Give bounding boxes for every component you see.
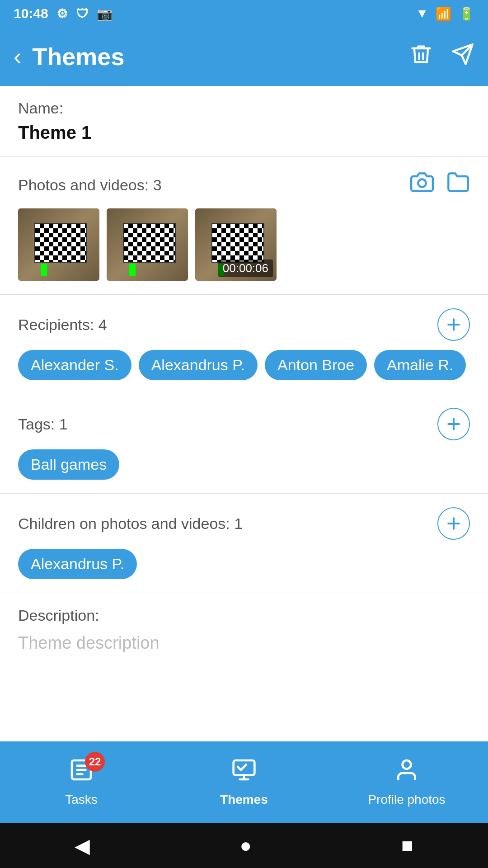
photos-section: Photos and videos: 3 — [0, 157, 488, 295]
recipients-section: Recipients: 4 Alexander S. Alexandrus P.… — [0, 295, 488, 394]
app-bar-left: ‹ Themes — [14, 42, 124, 71]
child-chip-0[interactable]: Alexandrus P. — [18, 549, 137, 579]
description-placeholder[interactable]: Theme description — [18, 633, 160, 652]
wifi-icon: ▼ — [416, 6, 428, 21]
folder-button[interactable] — [446, 170, 470, 199]
shield-icon: 🛡 — [76, 6, 89, 21]
nav-profile-photos[interactable]: Profile photos — [325, 757, 488, 807]
add-tag-button[interactable] — [437, 408, 470, 440]
thumbnails-row: 00:00:06 — [18, 208, 470, 281]
gear-icon: ⚙ — [56, 6, 68, 21]
profile-photos-icon — [394, 757, 419, 788]
svg-point-16 — [403, 760, 411, 769]
status-right: ▼ 📶 🔋 — [416, 6, 474, 21]
camera-button[interactable] — [410, 170, 434, 199]
tags-label: Tags: 1 — [18, 415, 68, 433]
tasks-label: Tasks — [65, 793, 98, 807]
home-system-button[interactable]: ● — [239, 834, 252, 857]
name-label: Name: — [18, 99, 470, 117]
recipients-chips: Alexander S. Alexandrus P. Anton Broe Am… — [18, 350, 470, 380]
thumbnail-1[interactable] — [18, 208, 99, 281]
photos-label: Photos and videos: 3 — [18, 176, 162, 194]
tags-header: Tags: 1 — [18, 408, 470, 440]
content-area: Name: Theme 1 Photos and videos: 3 — [0, 86, 488, 741]
recipients-label: Recipients: 4 — [18, 316, 107, 334]
app-bar-actions — [409, 42, 474, 71]
bottom-nav: 22 Tasks Themes — [0, 741, 488, 823]
status-time: 10:48 — [14, 6, 48, 21]
recipient-chip-1[interactable]: Alexandrus P. — [139, 350, 258, 380]
nav-themes[interactable]: Themes — [163, 757, 325, 807]
sim-icon: 📷 — [97, 6, 113, 21]
tasks-badge: 22 — [85, 752, 105, 772]
back-button[interactable]: ‹ — [14, 45, 21, 68]
children-section: Children on photos and videos: 1 Alexand… — [0, 494, 488, 593]
delete-button[interactable] — [409, 42, 433, 71]
svg-point-2 — [418, 179, 426, 187]
add-recipient-button[interactable] — [437, 308, 470, 341]
status-bar: 10:48 ⚙ 🛡 📷 ▼ 📶 🔋 — [0, 0, 488, 27]
battery-icon: 🔋 — [459, 6, 474, 21]
tag-chip-0[interactable]: Ball games — [18, 449, 119, 480]
thumbnail-2[interactable] — [107, 208, 188, 281]
children-chips: Alexandrus P. — [18, 549, 470, 579]
themes-label: Themes — [220, 793, 268, 807]
page-title: Themes — [32, 42, 124, 71]
tags-section: Tags: 1 Ball games — [0, 394, 488, 494]
recipient-chip-2[interactable]: Anton Broe — [265, 350, 367, 380]
name-value: Theme 1 — [18, 123, 470, 143]
themes-icon — [231, 757, 257, 788]
name-section: Name: Theme 1 — [0, 86, 488, 157]
share-button[interactable] — [451, 42, 474, 71]
photos-actions — [410, 170, 470, 199]
description-section: Description: Theme description — [0, 593, 488, 680]
nav-tasks[interactable]: 22 Tasks — [0, 757, 163, 807]
description-label: Description: — [18, 607, 470, 624]
system-nav: ◀ ● ■ — [0, 823, 488, 868]
recipient-chip-0[interactable]: Alexander S. — [18, 350, 131, 380]
photos-header: Photos and videos: 3 — [18, 170, 470, 199]
children-header: Children on photos and videos: 1 — [18, 507, 470, 540]
add-child-button[interactable] — [437, 507, 470, 540]
video-time: 00:00:06 — [218, 259, 273, 277]
thumbnail-3[interactable]: 00:00:06 — [195, 208, 277, 281]
children-label: Children on photos and videos: 1 — [18, 515, 243, 533]
recipient-chip-3[interactable]: Amalie R. — [374, 350, 466, 380]
recipients-header: Recipients: 4 — [18, 308, 470, 341]
signal-icon: 📶 — [436, 6, 451, 21]
profile-photos-label: Profile photos — [368, 793, 445, 807]
tags-chips: Ball games — [18, 449, 470, 480]
recents-system-button[interactable]: ■ — [401, 834, 413, 857]
status-left: 10:48 ⚙ 🛡 📷 — [14, 6, 113, 21]
app-bar: ‹ Themes — [0, 27, 488, 86]
back-system-button[interactable]: ◀ — [75, 834, 90, 857]
